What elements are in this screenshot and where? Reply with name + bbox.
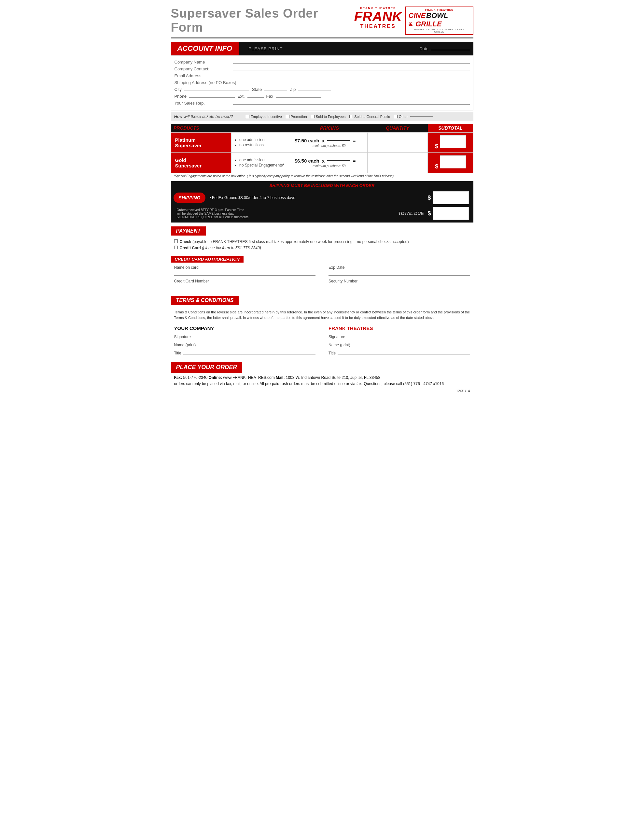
gold-desc: one admission no Special Engagements*: [231, 153, 292, 173]
shipping-address-underline: [236, 84, 470, 84]
platinum-subtotal-box[interactable]: [440, 135, 466, 148]
phone-row: Phone Ext. Fax: [174, 94, 470, 99]
company-contact-underline: [233, 70, 470, 70]
cc-left-fields: Name on card Credit Card Number: [174, 265, 316, 293]
checkbox-box-employee[interactable]: [246, 115, 249, 118]
check-checkbox[interactable]: [174, 239, 178, 243]
header-products: PRODUCTS: [171, 124, 231, 133]
please-print-label: PLEASE PRINT: [239, 46, 282, 51]
order-details: Fax: 561-776-2340 Online: www.FRANKTHEAT…: [171, 373, 473, 388]
checkbox-box-promotion[interactable]: [286, 115, 289, 118]
cc-option[interactable]: Credit Card (please fax form to 561-776-…: [174, 246, 470, 250]
email-row: Email Address: [174, 73, 470, 78]
gold-subtotal-box[interactable]: [440, 155, 466, 168]
state-underline: [265, 91, 287, 91]
place-order-header: PLACE YOUR ORDER: [171, 362, 242, 373]
signatures-section: YOUR COMPANY Signature Name (print) Titl…: [171, 325, 473, 358]
checkbox-box-sold-public[interactable]: [349, 115, 353, 118]
total-due-label: TOTAL DUE: [398, 211, 424, 216]
checkbox-box-other[interactable]: [394, 115, 397, 118]
page-header: Supersaver Sales Order Form FRANK THEATR…: [171, 6, 473, 39]
exp-date-underline[interactable]: [329, 270, 470, 276]
gold-name: GoldSupersaver: [171, 153, 231, 173]
checkbox-sold-employees[interactable]: Sold to Employees: [311, 115, 346, 119]
shipping-amount-box[interactable]: [433, 191, 469, 204]
platinum-qty-col: [367, 133, 428, 153]
cc-number-underline[interactable]: [174, 284, 316, 289]
gold-subtotal: $: [428, 153, 473, 173]
cc-fields: Name on card Credit Card Number Exp Date…: [171, 265, 473, 293]
cc-right-fields: Exp Date Security Number: [329, 265, 470, 293]
phone-underline: [189, 97, 235, 98]
platinum-name: PlatinumSupersaver: [171, 133, 231, 153]
footnote-row: *Special Engagements are noted at the bo…: [171, 173, 473, 179]
city-underline: [184, 91, 249, 91]
gold-price: $6.50 each x = minimum purchase: 50.: [292, 153, 367, 173]
your-company-column: YOUR COMPANY Signature Name (print) Titl…: [174, 325, 316, 358]
security-number-underline[interactable]: [329, 284, 470, 289]
cc-checkbox[interactable]: [174, 246, 178, 249]
your-company-name-print: Name (print): [174, 342, 316, 347]
order-date: 12/31/14: [171, 389, 473, 393]
city-state-zip-row: City State Zip: [174, 87, 470, 92]
checkbox-promotion[interactable]: Promotion: [286, 115, 307, 119]
sales-rep-row: Your Sales Rep.: [174, 101, 470, 105]
frank-theatres-label: FRANK THEATRES: [329, 325, 470, 331]
email-underline: [233, 77, 470, 77]
company-contact-row: Company Contact:: [174, 66, 470, 71]
platinum-price: $7.50 each x = minimum purchase: 50.: [292, 133, 367, 153]
payment-section: PAYMENT Check (payable to FRANK THEATRES…: [171, 226, 473, 253]
checkbox-box-sold-employees[interactable]: [311, 115, 315, 118]
terms-header: TERMS & CONDITIONS: [171, 296, 239, 305]
name-on-card-underline[interactable]: [174, 270, 316, 276]
company-name-row: Company Name: [174, 60, 470, 65]
shipping-section: SHIPPING MUST BE INCLUDED WITH EACH ORDE…: [171, 181, 473, 223]
total-due-box[interactable]: [433, 207, 469, 220]
checkbox-sold-public[interactable]: Sold to General Public: [349, 115, 390, 119]
frank-name-underline: [352, 342, 470, 346]
gold-qty[interactable]: [327, 160, 350, 161]
your-name-underline: [198, 342, 315, 346]
zip-underline: [298, 91, 331, 91]
frank-theatres-column: FRANK THEATRES Signature Name (print) Ti…: [329, 325, 470, 358]
payment-header: PAYMENT: [171, 226, 206, 236]
page-title: Supersaver Sales Order Form: [171, 6, 354, 34]
platinum-qty[interactable]: [327, 140, 350, 141]
shipping-row: SHIPPING • FedEx Ground $8.00/order 4 to…: [171, 190, 473, 205]
header-quantity: QUANTITY: [367, 124, 428, 133]
frank-signature: Signature: [329, 334, 470, 339]
frank-name-print: Name (print): [329, 342, 470, 347]
cinebowl-name-line: CINEBOWL: [408, 11, 470, 20]
frank-sig-underline: [347, 334, 470, 338]
shipping-options: • FedEx Ground $8.00/order 4 to 7 busine…: [209, 196, 428, 200]
salesrep-underline: [233, 104, 470, 105]
checkbox-employee-incentive[interactable]: Employee Incentive: [246, 115, 282, 119]
shipping-must-notice: SHIPPING MUST BE INCLUDED WITH EACH ORDE…: [171, 181, 473, 190]
cinebowl-grille-line: & GRILLE: [408, 20, 470, 28]
checkbox-other[interactable]: Other: [394, 115, 433, 119]
fax-underline: [276, 97, 321, 98]
shipping-address-row: Shipping Address (no PO Boxes): [174, 80, 470, 85]
gold-row: GoldSupersaver one admission no Special …: [171, 153, 473, 173]
total-row: Orders received BEFORE 3 p.m. Eastern Ti…: [171, 205, 473, 223]
tickets-usage-row: How will these tickets be used? Employee…: [171, 112, 473, 121]
account-info-bar: ACCOUNT INFO PLEASE PRINT Date: [171, 42, 473, 55]
your-sig-underline: [193, 334, 315, 338]
cc-header: CREDIT CARD AUTHORIZATION: [171, 256, 244, 263]
ext-underline: [247, 97, 264, 98]
place-order-section: PLACE YOUR ORDER Fax: 561-776-2340 Onlin…: [171, 358, 473, 393]
gold-qty-col: [367, 153, 428, 173]
platinum-desc: one admission no restrictions: [231, 133, 292, 153]
platinum-subtotal: $: [428, 133, 473, 153]
your-company-signature: Signature: [174, 334, 316, 339]
tickets-question-label: How will these tickets be used?: [174, 114, 239, 119]
shipping-notes: Orders received BEFORE 3 p.m. Eastern Ti…: [174, 208, 398, 219]
credit-card-section: CREDIT CARD AUTHORIZATION Name on card C…: [171, 256, 473, 293]
terms-text: Terms & Conditions on the reverse side a…: [171, 307, 473, 322]
check-option[interactable]: Check (payable to FRANK THEATRES first c…: [174, 239, 470, 244]
header-desc: [231, 124, 292, 133]
frank-title: Title: [329, 350, 470, 356]
terms-section: TERMS & CONDITIONS Terms & Conditions on…: [171, 296, 473, 322]
platinum-row: PlatinumSupersaver one admission no rest…: [171, 133, 473, 153]
footnote-text: *Special Engagements are noted at the bo…: [171, 173, 473, 179]
